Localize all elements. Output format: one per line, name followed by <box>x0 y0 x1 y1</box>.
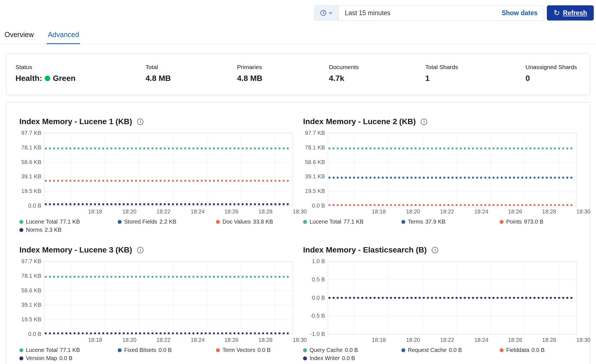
info-icon[interactable]: i <box>137 247 144 253</box>
legend-series-value: 0.0 B <box>59 355 72 361</box>
legend-item: Fielddata0.0 B <box>500 347 577 353</box>
legend-series-name: Stored Fields <box>124 219 157 225</box>
chart-plot-area <box>328 261 577 335</box>
y-axis-label: 39.1 KB <box>21 173 41 180</box>
x-axis-label: 18:24 <box>474 337 488 343</box>
stat-total-shards: Total Shards 1 <box>425 64 526 83</box>
x-axis-label: 18:18 <box>88 208 102 215</box>
time-quick-select-button[interactable] <box>315 6 339 20</box>
legend-series-name: Term Vectors <box>222 347 255 353</box>
y-axis: 97.7 KB78.1 KB58.6 KB39.1 KB19.5 KB0.0 B <box>19 133 44 206</box>
x-axis-label: 18:30 <box>293 337 307 343</box>
x-axis-label: 18:20 <box>406 208 420 215</box>
y-axis-label: 0.0 B <box>28 203 41 209</box>
legend-series-name: Points <box>506 219 522 225</box>
legend-item: Lucene Total77.1 KB <box>19 347 118 353</box>
tab-advanced[interactable]: Advanced <box>47 29 80 44</box>
y-axis-label: 58.6 KB <box>21 287 41 294</box>
stat-value: 0 <box>526 74 590 83</box>
chart-legend: Lucene Total77.1 KBStored Fields2.2 KBDo… <box>19 219 293 233</box>
stat-value: 4.8 MB <box>145 74 237 83</box>
legend-series-name: Index Writer <box>310 355 340 361</box>
y-axis-label: 0.0 B <box>28 331 41 337</box>
x-axis-label: 18:22 <box>156 337 170 343</box>
y-axis-label: 0.0 B <box>312 294 325 301</box>
stat-label: Primaries <box>237 64 329 70</box>
legend-series-value: 973.0 B <box>524 219 543 225</box>
chevron-down-icon <box>328 10 333 15</box>
legend-series-name: Lucene Total <box>26 219 58 225</box>
x-axis-label: 18:30 <box>293 208 307 215</box>
stat-value: 1 <box>425 74 526 83</box>
legend-item: Doc Values33.8 KB <box>216 219 293 225</box>
info-icon[interactable]: i <box>432 247 438 253</box>
date-range-display[interactable]: Last 15 minutes Show dates <box>339 6 544 20</box>
stat-label: Status <box>15 64 145 70</box>
x-axis-label: 18:20 <box>406 337 420 343</box>
y-axis: 97.7 KB78.1 KB58.6 KB39.1 KB19.5 KB0.0 B <box>303 133 328 206</box>
legend-series-name: Doc Values <box>222 219 251 225</box>
y-axis-label: 78.1 KB <box>21 144 41 151</box>
x-axis-label: 18:20 <box>122 337 137 343</box>
y-axis-label: 97.7 KB <box>21 258 41 265</box>
legend-series-value: 77.1 KB <box>60 219 80 225</box>
legend-series-value: 0.0 B <box>258 347 271 353</box>
legend-series-value: 0.0 B <box>342 355 355 361</box>
legend-dot <box>401 348 405 352</box>
stat-value: Health: Green <box>15 74 145 83</box>
legend-series-value: 33.8 KB <box>253 219 273 225</box>
legend-dot <box>303 356 307 360</box>
tabs: Overview Advanced <box>0 29 596 44</box>
legend-series-name: Version Map <box>26 355 57 361</box>
chart-legend: Lucene Total77.1 KBTerms37.9 KBPoints973… <box>303 219 577 225</box>
index-stats-panel: Status Health: Green Total 4.8 MB Primar… <box>6 53 590 95</box>
stat-value: 4.8 MB <box>237 74 329 83</box>
x-axis-label: 18:26 <box>224 337 238 343</box>
legend-dot <box>500 220 504 224</box>
legend-item: Query Cache0.0 B <box>303 347 401 353</box>
chart-canvas <box>44 133 293 206</box>
legend-dot <box>303 348 307 352</box>
x-axis-label: 18:18 <box>372 208 386 215</box>
y-axis-label: 39.1 KB <box>21 302 41 308</box>
show-dates-link[interactable]: Show dates <box>502 9 538 17</box>
legend-series-value: 2.3 KB <box>45 227 62 233</box>
x-axis-label: 18:30 <box>576 337 590 343</box>
legend-dot <box>500 348 504 352</box>
refresh-button-label: Refresh <box>563 9 587 17</box>
chart-plot-area <box>328 133 577 206</box>
legend-item: Request Cache0.0 B <box>401 347 500 353</box>
y-axis-label: 78.1 KB <box>305 144 325 151</box>
chart-index-memory-lucene-1: Index Memory - Lucene 1 (KB) i 97.7 KB78… <box>19 117 293 233</box>
legend-series-value: 0.0 B <box>345 347 358 353</box>
info-icon[interactable]: i <box>421 119 427 125</box>
time-range-label[interactable]: Last 15 minutes <box>345 9 390 17</box>
info-icon[interactable]: i <box>137 119 144 125</box>
tab-overview[interactable]: Overview <box>3 29 35 44</box>
x-axis-label: 18:26 <box>224 208 238 215</box>
y-axis-label: 19.5 KB <box>21 316 41 323</box>
legend-dot <box>216 220 220 224</box>
chart-title: Index Memory - Elasticsearch (B) <box>303 245 427 254</box>
legend-item: Term Vectors0.0 B <box>216 347 293 353</box>
chart-legend: Query Cache0.0 BRequest Cache0.0 BFieldd… <box>303 347 577 361</box>
y-axis-label: 58.6 KB <box>21 159 41 165</box>
y-axis-label: 19.5 KB <box>21 188 41 194</box>
charts-grid: Index Memory - Lucene 1 (KB) i 97.7 KB78… <box>19 117 577 361</box>
legend-dot <box>19 348 23 352</box>
legend-dot <box>216 348 220 352</box>
date-picker: Last 15 minutes Show dates <box>314 5 544 21</box>
x-axis: 18:1818:2018:2218:2418:2618:2818:30 <box>328 335 577 345</box>
legend-item: Stored Fields2.2 KB <box>118 219 216 225</box>
health-prefix: Health: <box>15 74 42 83</box>
x-axis-label: 18:22 <box>440 337 454 343</box>
refresh-button[interactable]: ↻ Refresh <box>547 5 594 21</box>
stat-documents: Documents 4.7k <box>329 64 425 83</box>
legend-series-name: Query Cache <box>310 347 343 353</box>
x-axis-label: 18:28 <box>542 208 556 215</box>
legend-item: Lucene Total77.1 KB <box>303 219 401 225</box>
legend-series-name: Fielddata <box>506 347 529 353</box>
topbar: Last 15 minutes Show dates ↻ Refresh <box>0 0 596 21</box>
chart-index-memory-lucene-2: Index Memory - Lucene 2 (KB) i 97.7 KB78… <box>303 117 577 233</box>
legend-series-value: 77.1 KB <box>60 347 80 353</box>
